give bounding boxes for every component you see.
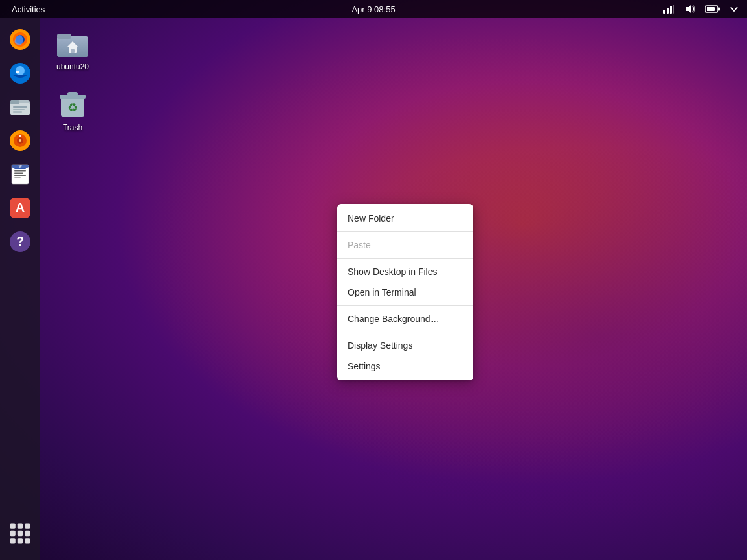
svg-point-12 <box>16 66 25 75</box>
svg-rect-0 <box>663 10 665 14</box>
svg-rect-29 <box>14 175 26 176</box>
svg-rect-2 <box>670 6 672 14</box>
dock-item-firefox[interactable] <box>5 25 35 54</box>
dock: W A ? <box>0 18 40 560</box>
context-menu-separator-4 <box>337 332 473 332</box>
svg-text:♻: ♻ <box>67 101 78 114</box>
svg-rect-45 <box>25 538 30 543</box>
svg-rect-44 <box>18 538 23 543</box>
desktop[interactable]: Activities Apr 9 08:55 <box>0 0 747 560</box>
svg-marker-4 <box>686 5 691 14</box>
context-menu-item-new-folder[interactable]: New Folder <box>337 208 473 229</box>
svg-rect-39 <box>25 523 30 528</box>
context-menu-separator-3 <box>337 305 473 306</box>
svg-rect-6 <box>718 8 720 11</box>
dock-item-help[interactable]: ? <box>5 227 35 257</box>
svg-rect-3 <box>673 5 674 14</box>
volume-icon[interactable] <box>682 3 698 16</box>
system-menu-icon[interactable] <box>728 5 741 13</box>
svg-point-13 <box>16 71 19 73</box>
dock-item-appcenter[interactable]: A <box>5 193 35 223</box>
show-applications-button[interactable] <box>5 519 35 548</box>
svg-text:W: W <box>19 165 22 169</box>
context-menu-item-settings[interactable]: Settings <box>337 356 473 377</box>
battery-icon[interactable] <box>703 3 722 15</box>
topbar-datetime[interactable]: Apr 9 08:55 <box>351 5 395 14</box>
network-icon[interactable] <box>660 3 677 16</box>
svg-rect-7 <box>707 7 715 11</box>
desktop-icon-trash-label: Trash <box>63 123 82 132</box>
svg-rect-17 <box>13 106 27 108</box>
context-menu-item-paste[interactable]: Paste <box>337 235 473 255</box>
svg-rect-40 <box>10 531 15 536</box>
desktop-icons-area: ubuntu20 ♻ Trash <box>47 23 99 135</box>
dock-item-writer[interactable]: W <box>5 159 35 189</box>
context-menu-separator-2 <box>337 258 473 259</box>
context-menu-item-display-settings[interactable]: Display Settings <box>337 335 473 356</box>
svg-rect-16 <box>10 100 19 104</box>
trash-icon: ♻ <box>56 87 89 121</box>
svg-rect-51 <box>71 49 75 53</box>
svg-text:A: A <box>16 200 25 215</box>
svg-rect-42 <box>25 531 30 536</box>
svg-text:?: ? <box>16 234 24 248</box>
svg-rect-1 <box>667 8 669 14</box>
svg-point-23 <box>19 139 21 142</box>
topbar-right <box>660 3 741 16</box>
context-menu-item-change-background[interactable]: Change Background… <box>337 309 473 329</box>
dock-item-rhythmbox[interactable] <box>5 126 35 156</box>
context-menu-item-show-desktop-in-files[interactable]: Show Desktop in Files <box>337 261 473 282</box>
desktop-icon-ubuntu20-label: ubuntu20 <box>56 62 89 71</box>
svg-point-24 <box>19 135 21 137</box>
topbar-left: Activities <box>6 3 50 16</box>
svg-rect-48 <box>57 34 71 39</box>
context-menu: New Folder Paste Show Desktop in Files O… <box>337 204 473 380</box>
svg-rect-41 <box>18 531 23 536</box>
dock-item-thunderbird[interactable] <box>5 58 35 88</box>
svg-rect-18 <box>13 109 25 110</box>
desktop-icon-ubuntu20[interactable]: ubuntu20 <box>47 23 99 74</box>
home-folder-icon <box>56 26 89 60</box>
context-menu-separator-1 <box>337 231 473 232</box>
context-menu-item-open-in-terminal[interactable]: Open in Terminal <box>337 282 473 303</box>
topbar: Activities Apr 9 08:55 <box>0 0 747 18</box>
svg-rect-54 <box>67 92 78 96</box>
svg-rect-27 <box>14 170 26 172</box>
svg-rect-28 <box>14 173 23 174</box>
svg-rect-19 <box>13 111 22 113</box>
dock-item-files[interactable] <box>5 92 35 122</box>
svg-rect-37 <box>10 523 15 528</box>
svg-rect-30 <box>14 178 21 179</box>
svg-rect-38 <box>18 523 23 528</box>
desktop-icon-trash[interactable]: ♻ Trash <box>47 84 99 135</box>
svg-rect-43 <box>10 538 15 543</box>
activities-button[interactable]: Activities <box>6 3 50 16</box>
